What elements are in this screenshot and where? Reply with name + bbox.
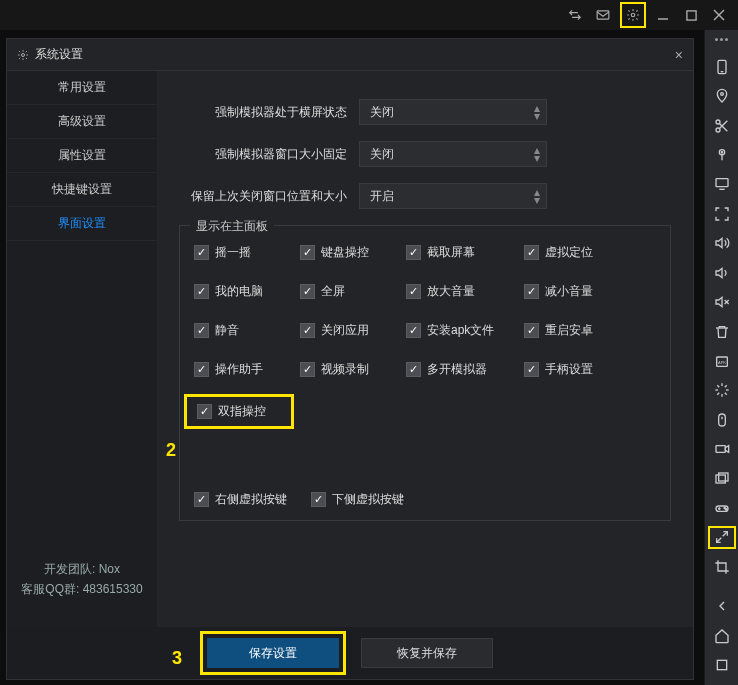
- chk-right-virtual[interactable]: ✓右侧虚拟按键: [194, 491, 287, 508]
- sidebar-item-common[interactable]: 常用设置: [7, 71, 157, 105]
- keep-window-label: 保留上次关闭窗口位置和大小: [179, 188, 359, 205]
- svg-rect-38: [716, 475, 725, 483]
- settings-dialog: 系统设置 × 常用设置 高级设置 属性设置 快捷键设置 界面设置 开发团队: N…: [6, 38, 694, 680]
- dialog-footer: 保存设置 恢复并保存: [7, 627, 693, 679]
- mute-icon[interactable]: [710, 292, 734, 311]
- windows-icon[interactable]: [710, 469, 734, 488]
- force-landscape-label: 强制模拟器处于横屏状态: [179, 104, 359, 121]
- chk-fullscreen[interactable]: ✓全屏: [300, 283, 400, 300]
- close-icon[interactable]: [708, 4, 730, 26]
- minimize-icon[interactable]: [652, 4, 674, 26]
- checkbox-grid: ✓摇一摇 ✓键盘操控 ✓截取屏幕 ✓虚拟定位 ✓我的电脑 ✓全屏 ✓放大音量 ✓…: [194, 244, 656, 429]
- main-panel-fieldset: 显示在主面板 ✓摇一摇 ✓键盘操控 ✓截取屏幕 ✓虚拟定位 ✓我的电脑 ✓全屏 …: [179, 225, 671, 521]
- chk-volup[interactable]: ✓放大音量: [406, 283, 518, 300]
- chk-record[interactable]: ✓视频录制: [300, 361, 400, 378]
- mail-icon[interactable]: [592, 4, 614, 26]
- sidebar-item-ui[interactable]: 界面设置: [7, 207, 157, 241]
- loading-icon[interactable]: [710, 381, 734, 400]
- mouse-icon[interactable]: [710, 410, 734, 429]
- volume-up-icon[interactable]: [710, 234, 734, 253]
- more-icon[interactable]: [715, 38, 728, 41]
- dialog-close-button[interactable]: ×: [675, 47, 683, 63]
- volume-down-icon[interactable]: [710, 263, 734, 282]
- svg-rect-34: [718, 414, 725, 426]
- svg-rect-0: [597, 11, 609, 19]
- svg-line-32: [717, 393, 719, 395]
- svg-point-44: [725, 509, 726, 510]
- chk-installapk[interactable]: ✓安装apk文件: [406, 322, 518, 339]
- chk-shake[interactable]: ✓摇一摇: [194, 244, 294, 261]
- force-size-label: 强制模拟器窗口大小固定: [179, 146, 359, 163]
- apk-icon[interactable]: APK: [710, 351, 734, 370]
- sidebar-item-advanced[interactable]: 高级设置: [7, 105, 157, 139]
- location-icon[interactable]: [710, 86, 734, 105]
- chk-screenshot[interactable]: ✓截取屏幕: [406, 244, 518, 261]
- svg-point-6: [22, 53, 25, 56]
- svg-line-33: [724, 386, 726, 388]
- fieldset-legend: 显示在主面板: [190, 218, 274, 235]
- select-value: 开启: [370, 188, 394, 205]
- svg-rect-17: [716, 179, 728, 187]
- crop-icon[interactable]: [710, 557, 734, 576]
- chk-multi[interactable]: ✓多开模拟器: [406, 361, 518, 378]
- chk-assistant[interactable]: ✓操作助手: [194, 361, 294, 378]
- restore-button[interactable]: 恢复并保存: [361, 638, 493, 668]
- gamepad-icon[interactable]: [710, 498, 734, 517]
- trash-icon[interactable]: [710, 322, 734, 341]
- settings-panel: 强制模拟器处于横屏状态 关闭 ▴▾ 强制模拟器窗口大小固定 关闭 ▴▾ 保留上次…: [157, 71, 693, 641]
- force-size-select[interactable]: 关闭 ▴▾: [359, 141, 547, 167]
- monitor-icon[interactable]: [710, 175, 734, 194]
- sidebar-footer: 开发团队: Nox 客服QQ群: 483615330: [7, 559, 157, 599]
- svg-marker-21: [716, 297, 722, 306]
- force-landscape-select[interactable]: 关闭 ▴▾: [359, 99, 547, 125]
- phone-icon[interactable]: [710, 57, 734, 76]
- chk-voldown[interactable]: ✓减小音量: [524, 283, 624, 300]
- svg-rect-3: [686, 10, 695, 19]
- dialog-title: 系统设置: [35, 46, 83, 63]
- home-icon[interactable]: [710, 626, 734, 645]
- scissors-icon[interactable]: [710, 116, 734, 135]
- svg-rect-39: [718, 473, 727, 481]
- chk-closeapp[interactable]: ✓关闭应用: [300, 322, 400, 339]
- sidebar-item-property[interactable]: 属性设置: [7, 139, 157, 173]
- right-rail: APK: [704, 30, 738, 685]
- svg-text:APK: APK: [717, 360, 725, 365]
- swap-icon[interactable]: [564, 4, 586, 26]
- svg-rect-36: [716, 446, 725, 453]
- save-button[interactable]: 保存设置: [207, 638, 339, 668]
- svg-point-11: [716, 128, 720, 132]
- keep-window-select[interactable]: 开启 ▴▾: [359, 183, 547, 209]
- sidebar-item-shortcut[interactable]: 快捷键设置: [7, 173, 157, 207]
- recent-icon[interactable]: [710, 655, 734, 674]
- chk-gamepad[interactable]: ✓手柄设置: [524, 361, 624, 378]
- fullscreen-icon[interactable]: [710, 204, 734, 223]
- sidebar: 常用设置 高级设置 属性设置 快捷键设置 界面设置 开发团队: Nox 客服QQ…: [7, 71, 157, 641]
- chk-bottom-virtual[interactable]: ✓下侧虚拟按键: [311, 491, 404, 508]
- svg-line-46: [722, 532, 727, 537]
- pin-icon[interactable]: [710, 145, 734, 164]
- svg-marker-19: [716, 239, 722, 248]
- chk-gps[interactable]: ✓虚拟定位: [524, 244, 624, 261]
- chk-reboot[interactable]: ✓重启安卓: [524, 322, 624, 339]
- svg-rect-47: [717, 660, 726, 669]
- gear-icon: [17, 49, 29, 61]
- chk-mute[interactable]: ✓静音: [194, 322, 294, 339]
- chk-twofinger[interactable]: ✓双指操控: [197, 403, 266, 420]
- svg-point-9: [720, 93, 723, 96]
- svg-marker-20: [716, 268, 722, 277]
- dev-team-label: 开发团队: Nox: [7, 559, 157, 579]
- chk-mycomputer[interactable]: ✓我的电脑: [194, 283, 294, 300]
- back-icon[interactable]: [710, 597, 734, 616]
- camera-icon[interactable]: [710, 439, 734, 458]
- maximize-icon[interactable]: [680, 4, 702, 26]
- dialog-header: 系统设置 ×: [7, 39, 693, 71]
- svg-line-29: [724, 393, 726, 395]
- qq-group-label: 客服QQ群: 483615330: [7, 579, 157, 599]
- svg-line-45: [716, 538, 721, 543]
- svg-line-28: [717, 386, 719, 388]
- svg-point-10: [716, 120, 720, 124]
- select-value: 关闭: [370, 146, 394, 163]
- gear-icon[interactable]: [620, 2, 646, 28]
- expand-icon[interactable]: [710, 528, 734, 547]
- chk-keyboard[interactable]: ✓键盘操控: [300, 244, 400, 261]
